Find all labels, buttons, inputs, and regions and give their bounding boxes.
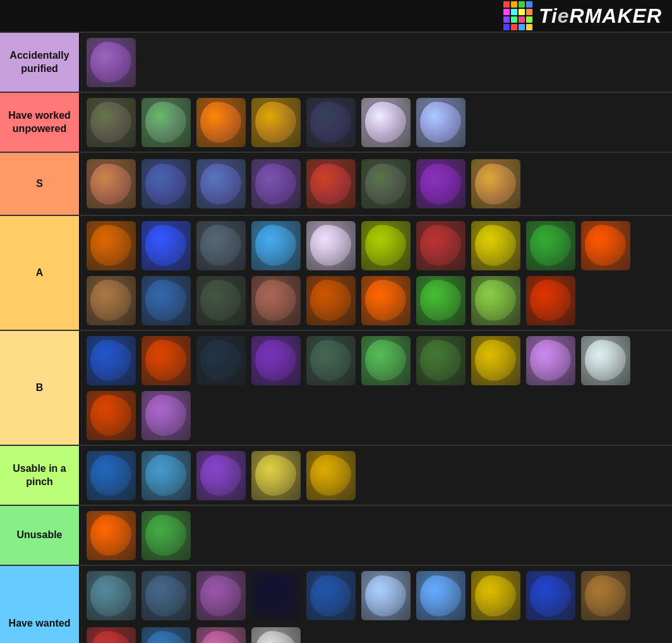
pokemon-icon[interactable] bbox=[249, 273, 303, 327]
pokemon-icon[interactable] bbox=[84, 569, 138, 623]
pokemon-icon[interactable] bbox=[194, 273, 248, 327]
pokemon-icon[interactable] bbox=[84, 157, 138, 211]
tier-label-unusable: Unusable bbox=[0, 506, 81, 565]
pokemon-icon[interactable] bbox=[524, 334, 577, 387]
pokemon-icon[interactable] bbox=[359, 273, 412, 327]
tier-row-a: A bbox=[0, 216, 672, 331]
pokemon-icon[interactable] bbox=[139, 625, 193, 643]
tier-content-usable-in-a-pinch bbox=[81, 446, 672, 505]
pokemon-icon[interactable] bbox=[194, 334, 248, 387]
tier-label-accidentally-purified: Accidentally purified bbox=[0, 33, 81, 92]
pokemon-icon[interactable] bbox=[359, 334, 412, 387]
pokemon-icon[interactable] bbox=[304, 219, 357, 272]
pokemon-icon[interactable] bbox=[524, 273, 577, 327]
pokemon-icon[interactable] bbox=[414, 334, 467, 387]
pokemon-icon[interactable] bbox=[579, 334, 632, 387]
pokemon-icon[interactable] bbox=[249, 219, 303, 272]
pokemon-icon[interactable] bbox=[139, 334, 193, 387]
pokemon-icon[interactable] bbox=[139, 448, 193, 502]
pokemon-icon[interactable] bbox=[84, 35, 138, 89]
pokemon-icon[interactable] bbox=[84, 219, 138, 272]
tier-label-s: S bbox=[0, 153, 81, 215]
pokemon-icon[interactable] bbox=[249, 95, 303, 149]
pokemon-icon[interactable] bbox=[139, 219, 193, 272]
pokemon-icon[interactable] bbox=[304, 157, 357, 211]
pokemon-icon[interactable] bbox=[579, 219, 632, 272]
pokemon-icon[interactable] bbox=[359, 95, 412, 149]
tiermaker-header: TieRMAKER bbox=[0, 0, 672, 32]
tier-content-have-worked-unpowered bbox=[81, 93, 672, 152]
pokemon-icon[interactable] bbox=[469, 219, 522, 272]
tier-list: Accidentally purifiedHave worked unpower… bbox=[0, 32, 672, 643]
tiermaker-text: TieRMAKER bbox=[539, 4, 662, 28]
pokemon-icon[interactable] bbox=[139, 569, 193, 623]
pokemon-icon[interactable] bbox=[524, 569, 577, 623]
pokemon-icon[interactable] bbox=[194, 219, 248, 272]
pokemon-icon[interactable] bbox=[139, 157, 193, 211]
pokemon-icon[interactable] bbox=[304, 95, 357, 149]
tier-row-b: B bbox=[0, 331, 672, 446]
tier-label-a: A bbox=[0, 216, 81, 330]
pokemon-icon[interactable] bbox=[194, 95, 248, 149]
pokemon-icon[interactable] bbox=[249, 334, 303, 387]
pokemon-icon[interactable] bbox=[469, 157, 522, 211]
tier-label-usable-in-a-pinch: Usable in a pinch bbox=[0, 446, 81, 505]
pokemon-icon[interactable] bbox=[194, 569, 248, 623]
pokemon-icon[interactable] bbox=[524, 219, 577, 272]
pokemon-icon[interactable] bbox=[469, 334, 522, 387]
pokemon-icon[interactable] bbox=[359, 157, 412, 211]
pokemon-icon[interactable] bbox=[304, 569, 357, 623]
pokemon-icon[interactable] bbox=[84, 508, 138, 562]
pokemon-icon[interactable] bbox=[139, 95, 193, 149]
logo-grid-icon bbox=[503, 1, 532, 30]
tier-row-unusable: Unusable bbox=[0, 506, 672, 566]
tier-content-s bbox=[81, 153, 672, 215]
pokemon-icon[interactable] bbox=[84, 95, 138, 149]
pokemon-icon[interactable] bbox=[139, 273, 193, 327]
tier-content-b bbox=[81, 331, 672, 445]
pokemon-icon[interactable] bbox=[194, 448, 248, 502]
pokemon-icon[interactable] bbox=[194, 625, 248, 643]
tier-content-have-wanted bbox=[81, 566, 672, 643]
pokemon-icon[interactable] bbox=[469, 273, 522, 327]
pokemon-icon[interactable] bbox=[84, 448, 138, 502]
pokemon-icon[interactable] bbox=[579, 569, 632, 623]
pokemon-icon[interactable] bbox=[249, 157, 303, 211]
tier-content-a bbox=[81, 216, 672, 330]
tiermaker-logo: TieRMAKER bbox=[503, 1, 662, 30]
tier-row-s: S bbox=[0, 153, 672, 216]
pokemon-icon[interactable] bbox=[249, 448, 303, 502]
tier-content-unusable bbox=[81, 506, 672, 565]
pokemon-icon[interactable] bbox=[414, 95, 467, 149]
pokemon-icon[interactable] bbox=[84, 334, 138, 387]
tier-row-have-wanted: Have wanted bbox=[0, 566, 672, 643]
pokemon-icon[interactable] bbox=[84, 625, 138, 643]
pokemon-icon[interactable] bbox=[249, 625, 303, 643]
pokemon-icon[interactable] bbox=[304, 334, 357, 387]
pokemon-icon[interactable] bbox=[469, 569, 522, 623]
tier-label-have-worked-unpowered: Have worked unpowered bbox=[0, 93, 81, 152]
pokemon-icon[interactable] bbox=[414, 569, 467, 623]
pokemon-icon[interactable] bbox=[194, 157, 248, 211]
tier-row-have-worked-unpowered: Have worked unpowered bbox=[0, 93, 672, 153]
pokemon-icon[interactable] bbox=[84, 388, 138, 442]
pokemon-icon[interactable] bbox=[139, 388, 193, 442]
pokemon-icon[interactable] bbox=[304, 273, 357, 327]
tier-content-accidentally-purified bbox=[81, 33, 672, 92]
pokemon-icon[interactable] bbox=[139, 508, 193, 562]
pokemon-icon[interactable] bbox=[84, 273, 138, 327]
tier-label-have-wanted: Have wanted bbox=[0, 566, 81, 643]
pokemon-icon[interactable] bbox=[359, 569, 412, 623]
pokemon-icon[interactable] bbox=[414, 157, 467, 211]
pokemon-icon[interactable] bbox=[249, 569, 303, 623]
pokemon-icon[interactable] bbox=[304, 448, 357, 502]
tier-row-usable-in-a-pinch: Usable in a pinch bbox=[0, 446, 672, 506]
pokemon-icon[interactable] bbox=[414, 219, 467, 272]
tier-row-accidentally-purified: Accidentally purified bbox=[0, 32, 672, 93]
tier-label-b: B bbox=[0, 331, 81, 445]
pokemon-icon[interactable] bbox=[359, 219, 412, 272]
pokemon-icon[interactable] bbox=[414, 273, 467, 327]
